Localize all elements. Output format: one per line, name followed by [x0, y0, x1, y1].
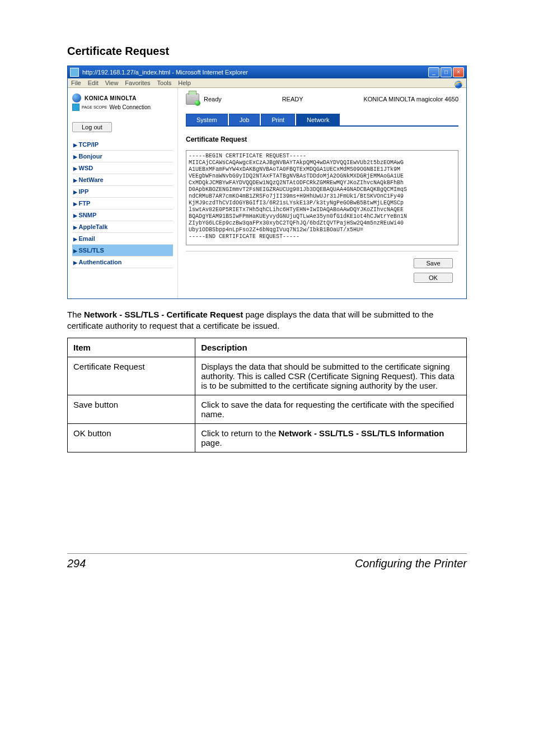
cell-item-2: OK button: [73, 428, 111, 438]
status-left: Ready: [204, 96, 222, 102]
table-header-row: Item Description: [68, 338, 467, 357]
status-right: KONICA MINOLTA magicolor 4650: [363, 96, 458, 102]
certificate-request-textarea[interactable]: -----BEGIN CERTIFICATE REQUEST----- MIIC…: [186, 150, 458, 245]
favicon: [70, 68, 79, 77]
th-item: Item: [73, 343, 91, 352]
sidebar-item-ftp[interactable]: FTP: [72, 198, 173, 209]
status-row: Ready READY KONICA MINOLTA magicolor 465…: [186, 94, 458, 105]
sidebar-item-ipp[interactable]: IPP: [72, 186, 173, 198]
sidebar-item-authentication[interactable]: Authentication: [72, 256, 173, 268]
panel-heading: Certificate Request: [186, 136, 458, 143]
tab-network[interactable]: Network: [296, 114, 340, 125]
sub-brand: PAGE SCOPE Web Connection: [72, 104, 173, 111]
ok-button[interactable]: OK: [414, 273, 453, 283]
menu-help[interactable]: Help: [178, 80, 191, 86]
sidebar-item-appletalk[interactable]: AppleTalk: [72, 221, 173, 233]
side-nav: TCP/IP Bonjour WSD NetWare IPP FTP SNMP …: [72, 139, 173, 268]
tab-job[interactable]: Job: [229, 114, 260, 125]
footer-text: Configuring the Printer: [355, 557, 467, 570]
minimize-button[interactable]: _: [428, 67, 439, 77]
menu-file[interactable]: File: [71, 80, 81, 86]
cell-desc-2-bold: Network - SSL/TLS - SSL/TLS Information: [279, 428, 444, 438]
left-column: KONICA MINOLTA PAGE SCOPE Web Connection…: [68, 88, 178, 298]
brand-globe-icon: [72, 94, 81, 102]
page-footer: 294 Configuring the Printer: [67, 553, 467, 570]
body-text-a: The: [67, 310, 84, 319]
save-button[interactable]: Save: [414, 258, 453, 268]
brand-text: KONICA MINOLTA: [85, 95, 137, 101]
section-title: Certificate Request: [67, 45, 467, 58]
status-center: READY: [226, 96, 359, 102]
menu-tools[interactable]: Tools: [157, 80, 172, 86]
sidebar-item-wsd[interactable]: WSD: [72, 162, 173, 174]
window-title: http://192.168.1.27/a_index.html - Micro…: [82, 69, 428, 76]
maximize-button[interactable]: □: [441, 67, 452, 77]
sidebar-item-bonjour[interactable]: Bonjour: [72, 151, 173, 162]
page-number: 294: [67, 557, 86, 570]
menu-view[interactable]: View: [105, 80, 119, 86]
cell-item-1: Save button: [73, 400, 118, 409]
tab-print[interactable]: Print: [261, 114, 295, 125]
logout-button[interactable]: Log out: [72, 122, 112, 132]
sidebar-item-email[interactable]: Email: [72, 233, 173, 245]
sub-brand-prefix: PAGE SCOPE: [82, 105, 107, 109]
tab-system[interactable]: System: [186, 114, 228, 125]
body-text-bold: Network - SSL/TLS - Certificate Request: [84, 310, 243, 319]
cell-desc-2-pre: Click to return to the: [201, 428, 278, 438]
brand: KONICA MINOLTA: [72, 94, 173, 102]
cell-desc-1: Click to save the data for requesting th…: [201, 400, 454, 419]
description-table: Item Description Certificate Request Dis…: [67, 338, 467, 452]
table-row: Save button Click to save the data for r…: [68, 395, 467, 424]
bottom-actions: Save OK: [186, 251, 458, 287]
tabs: System Job Print Network: [186, 114, 458, 127]
table-row: OK button Click to return to the Network…: [68, 424, 467, 452]
sidebar-item-netware[interactable]: NetWare: [72, 174, 173, 186]
menu-favorites[interactable]: Favorites: [125, 80, 150, 86]
right-column: Ready READY KONICA MINOLTA magicolor 465…: [178, 88, 466, 298]
menu-edit[interactable]: Edit: [88, 80, 99, 86]
titlebar: http://192.168.1.27/a_index.html - Micro…: [68, 66, 466, 78]
body-text: The Network - SSL/TLS - Certificate Requ…: [67, 309, 467, 331]
menubar: File Edit View Favorites Tools Help: [68, 78, 466, 88]
cell-desc-0: Displays the data that should be submitt…: [201, 362, 455, 390]
ie-logo-icon: [453, 79, 464, 90]
browser-window: http://192.168.1.27/a_index.html - Micro…: [67, 66, 467, 299]
sidebar-item-snmp[interactable]: SNMP: [72, 209, 173, 221]
th-desc: Description: [201, 343, 247, 352]
sub-brand-text: Web Connection: [109, 104, 151, 110]
cell-desc-2-post: page.: [201, 438, 222, 447]
printer-status-icon: [186, 94, 199, 105]
pagescope-icon: [72, 104, 79, 111]
sidebar-item-ssltls[interactable]: SSL/TLS: [72, 245, 173, 256]
close-button[interactable]: ×: [453, 67, 464, 77]
cell-item-0: Certificate Request: [73, 362, 145, 371]
sidebar-item-tcpip[interactable]: TCP/IP: [72, 139, 173, 151]
table-row: Certificate Request Displays the data th…: [68, 357, 467, 395]
